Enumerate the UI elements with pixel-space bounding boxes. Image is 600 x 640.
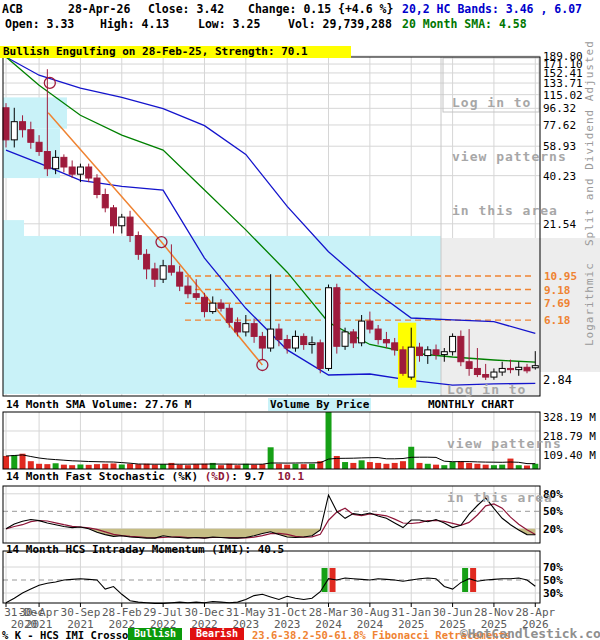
volume-bar — [61, 465, 67, 469]
volume-bar — [69, 465, 75, 469]
candle-body — [185, 286, 191, 294]
volume-bar — [259, 464, 265, 469]
volume-bar — [359, 460, 365, 469]
volume-bar — [94, 464, 100, 469]
candle-body — [127, 217, 133, 235]
candle-body — [226, 308, 232, 322]
candle-body — [301, 336, 307, 344]
volume-bar — [292, 464, 298, 469]
close-label: Close: 3.42 — [148, 2, 224, 16]
volume-by-price-toggle[interactable]: Volume By Price — [268, 398, 371, 411]
candle-body — [375, 329, 381, 339]
candle-body — [69, 167, 75, 174]
login-prompt-bottom[interactable]: Log in to view patterns in this area — [447, 345, 562, 543]
volume-label: Vol: 29,739,288 — [288, 17, 392, 31]
candle-body — [359, 321, 365, 343]
login-line[interactable]: in this area — [447, 489, 562, 507]
chart-type-label: MONTHLY CHART — [428, 398, 514, 411]
symbol-label: ACB — [2, 2, 23, 16]
volume-bar — [135, 464, 141, 469]
volume-bar — [36, 464, 42, 469]
candle-body — [144, 254, 150, 269]
candle-body — [326, 288, 332, 369]
imi-axis-label: 50% — [543, 574, 563, 587]
login-line[interactable]: view patterns — [452, 148, 567, 166]
imi-axis-label: 30% — [543, 587, 563, 600]
volume-bar — [218, 465, 224, 469]
axis-note-logarithmic: Logarithmic — [583, 258, 596, 350]
volume-bar — [119, 464, 125, 469]
candle-body — [292, 336, 298, 348]
low-label: Low: 3.25 — [198, 17, 260, 31]
volume-bar — [111, 463, 117, 469]
login-line[interactable]: view patterns — [447, 435, 562, 453]
volume-bar — [367, 462, 373, 469]
volume-bar — [350, 463, 356, 469]
candle-body — [259, 336, 265, 348]
copyright-label[interactable]: ©HotCandlestick.com — [460, 626, 600, 640]
volume-bar — [375, 463, 381, 469]
candle-body — [342, 332, 348, 346]
stoch-value-k: : 9.7 — [231, 470, 264, 483]
candle-body — [44, 152, 50, 169]
candle-body — [177, 272, 183, 286]
candle-body — [20, 122, 26, 130]
candle-body — [317, 343, 323, 369]
candle-body — [408, 347, 414, 377]
fib-label: 7.69 — [544, 297, 571, 310]
login-line[interactable]: Log in to — [447, 381, 562, 399]
candle-body — [193, 294, 199, 298]
volume-bar — [127, 464, 133, 469]
login-line[interactable]: Log in to — [452, 94, 567, 112]
pattern-banner[interactable]: Bullish Engulfing on 28-Feb-25, Strength… — [0, 46, 351, 58]
candle-body — [400, 350, 406, 373]
volume-bar — [44, 464, 50, 469]
candle-body — [334, 288, 340, 347]
bearish-badge: Bearish — [190, 628, 244, 640]
candle-body — [3, 108, 9, 140]
volume-bar — [102, 464, 108, 469]
volume-panel-title: 14 Month SMA Volume: 27.76 M — [6, 398, 191, 411]
volume-bar — [185, 465, 191, 469]
volume-bar — [425, 464, 431, 469]
candle-body — [383, 340, 389, 343]
volume-bar — [433, 465, 439, 469]
candle-body — [284, 340, 290, 348]
volume-bar — [11, 455, 17, 469]
fib-label: 10.95 — [544, 270, 577, 283]
stoch-title-k: 14 Month Fast Stochastic (%K) — [6, 470, 205, 483]
imi-line — [6, 578, 535, 603]
candle-body — [417, 347, 423, 355]
imi-panel-title: 14 Month HCS Intraday Momentum (IMI): 40… — [6, 543, 284, 556]
candle-body — [111, 208, 117, 226]
candle-body — [218, 303, 224, 308]
candle-body — [350, 332, 356, 343]
stoch-panel-title: 14 Month Fast Stochastic (%K) (%D): 9.7 … — [6, 470, 304, 483]
chart-window: 10.959.187.696.18189.80171.10152.41133.7… — [0, 0, 600, 640]
axis-note-adjusted: Split and Dividend Adjusted — [583, 68, 596, 246]
candle-body — [243, 324, 249, 332]
fib-label: 9.18 — [544, 284, 571, 297]
volume-bar — [53, 463, 59, 469]
volume-bar — [77, 464, 83, 469]
candle-body — [268, 329, 274, 348]
open-label: Open: 3.33 — [5, 17, 74, 31]
candle-body — [251, 324, 257, 337]
candle-body — [28, 130, 34, 143]
login-line[interactable]: in this area — [452, 202, 567, 220]
candle-body — [77, 167, 83, 174]
volume-bar — [28, 461, 34, 469]
sma-label: 20 Month SMA: 4.58 — [402, 17, 527, 31]
volume-bar — [160, 464, 166, 469]
high-label: High: 4.13 — [100, 17, 169, 31]
candle-body — [168, 266, 174, 272]
candle-body — [309, 343, 315, 345]
login-prompt-top[interactable]: Log in to view patterns in this area — [452, 58, 567, 256]
candle-body — [367, 321, 373, 329]
candle-body — [392, 343, 398, 350]
candle-body — [11, 122, 17, 140]
imi-axis-label: 70% — [543, 561, 563, 574]
volume-bar — [20, 454, 26, 469]
volume-bar — [235, 465, 241, 469]
candle-body — [235, 322, 241, 332]
